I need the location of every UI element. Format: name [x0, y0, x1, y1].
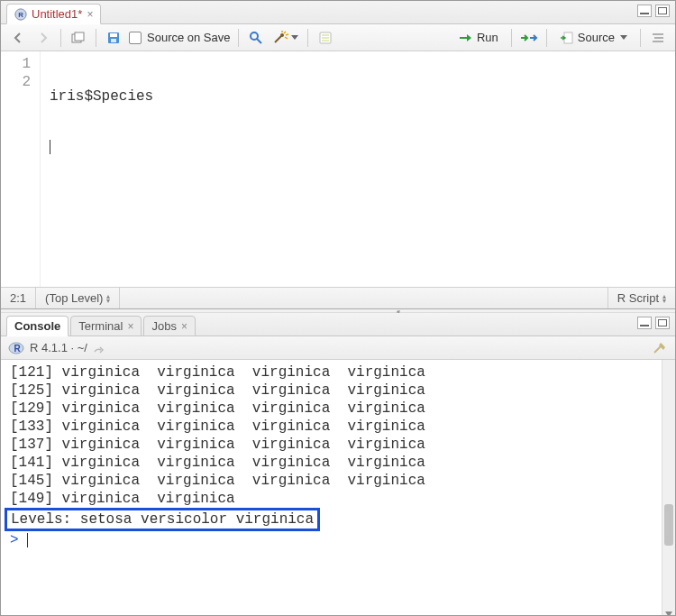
close-icon[interactable]: × [181, 321, 187, 332]
svg-point-7 [251, 32, 258, 40]
source-menu-caret-icon[interactable] [620, 35, 627, 40]
cursor-position: 2:1 [1, 288, 36, 308]
clear-console-icon[interactable] [652, 340, 668, 356]
code-line: iris$Species [50, 87, 153, 106]
tab-terminal-label: Terminal [78, 319, 123, 333]
goto-wd-icon[interactable] [93, 343, 105, 354]
show-in-new-window-icon[interactable] [69, 28, 88, 48]
svg-line-8 [257, 39, 261, 43]
levels-highlight: Levels: setosa versicolor virginica [5, 508, 320, 531]
console-line: [133] virginica virginica virginica virg… [10, 418, 675, 436]
scrollbar-thumb[interactable] [664, 504, 673, 546]
console-pane: Console Terminal × Jobs × R R 4.1.1 · ~/… [1, 313, 675, 616]
console-header: R R 4.1.1 · ~/ [1, 336, 675, 360]
console-cursor [27, 533, 28, 547]
r-file-icon: R [14, 8, 27, 21]
console-line: [141] virginica virginica virginica virg… [10, 454, 675, 472]
code-tools-caret-icon[interactable] [291, 35, 298, 40]
source-label: Source [578, 31, 615, 44]
minimize-pane-icon[interactable] [637, 317, 652, 329]
svg-line-9 [275, 36, 281, 42]
maximize-pane-icon[interactable] [655, 317, 670, 329]
code-tools-icon[interactable] [271, 28, 300, 48]
source-statusbar: 2:1 (Top Level) ▴▾ R Script ▴▾ [1, 287, 675, 308]
source-tab-title: Untitled1* [32, 7, 82, 21]
editor-code-area[interactable]: iris$Species [41, 51, 159, 287]
console-line: [121] virginica virginica virginica virg… [10, 363, 675, 382]
source-editor[interactable]: 1 2 iris$Species [1, 51, 675, 287]
svg-rect-6 [111, 39, 116, 42]
close-icon[interactable]: × [127, 321, 133, 332]
tab-console-label: Console [14, 319, 60, 333]
svg-text:R: R [18, 10, 23, 18]
tab-terminal[interactable]: Terminal × [70, 316, 142, 336]
source-toolbar: Source on Save Run [1, 24, 675, 51]
console-levels-line: Levels: setosa versicolor virginica [10, 508, 675, 531]
scroll-down-icon[interactable] [665, 611, 672, 616]
source-on-save-label: Source on Save [147, 31, 231, 44]
console-line: [129] virginica virginica virginica virg… [10, 400, 675, 418]
tab-jobs-label: Jobs [151, 319, 176, 333]
scope-selector[interactable]: (Top Level) ▴▾ [36, 288, 120, 308]
find-icon[interactable] [246, 28, 266, 48]
console-output[interactable]: [121] virginica virginica virginica virg… [1, 360, 675, 616]
editor-gutter: 1 2 [1, 51, 41, 287]
line-number: 2 [1, 73, 31, 91]
save-icon[interactable] [104, 28, 123, 48]
close-icon[interactable]: × [87, 9, 93, 20]
pane-window-buttons [637, 317, 670, 329]
svg-rect-3 [75, 32, 84, 41]
run-button[interactable]: Run [453, 29, 504, 46]
source-tab-untitled1[interactable]: R Untitled1* × [6, 4, 101, 24]
console-line: [137] virginica virginica virginica virg… [10, 436, 675, 454]
source-on-save-checkbox[interactable] [129, 32, 142, 44]
console-header-text: R 4.1.1 · ~/ [30, 341, 87, 354]
svg-rect-5 [110, 33, 117, 37]
source-tabstrip: R Untitled1* × [1, 1, 675, 24]
run-arrow-icon [459, 32, 473, 43]
console-tabstrip: Console Terminal × Jobs × [1, 313, 675, 336]
compile-report-icon[interactable] [315, 28, 335, 48]
tab-console[interactable]: Console [6, 316, 69, 336]
code-line [50, 138, 153, 156]
source-pane: R Untitled1* × Source on Save [1, 1, 675, 309]
r-logo-icon: R [8, 340, 24, 356]
svg-line-11 [284, 32, 286, 33]
svg-point-10 [280, 33, 284, 37]
source-button[interactable]: Source [554, 29, 633, 46]
console-scrollbar[interactable] [662, 360, 675, 616]
tab-jobs[interactable]: Jobs × [143, 316, 195, 336]
editor-cursor [50, 140, 50, 154]
outline-icon[interactable] [648, 28, 668, 48]
console-prompt-line[interactable]: > [10, 531, 675, 549]
language-selector[interactable]: R Script ▴▾ [607, 288, 675, 308]
run-label: Run [477, 31, 498, 44]
back-icon[interactable] [8, 28, 28, 48]
source-doc-icon [560, 32, 574, 44]
svg-text:R: R [14, 344, 21, 354]
console-line: [145] virginica virginica virginica virg… [10, 472, 675, 490]
svg-line-12 [286, 34, 288, 35]
line-number: 1 [1, 55, 31, 73]
minimize-pane-icon[interactable] [637, 5, 652, 17]
rerun-icon[interactable] [519, 28, 539, 48]
svg-line-13 [285, 37, 288, 39]
pane-window-buttons [637, 5, 670, 17]
console-line: [125] virginica virginica virginica virg… [10, 382, 675, 400]
maximize-pane-icon[interactable] [655, 5, 670, 17]
forward-icon[interactable] [33, 28, 53, 48]
console-line: [149] virginica virginica [10, 490, 675, 508]
